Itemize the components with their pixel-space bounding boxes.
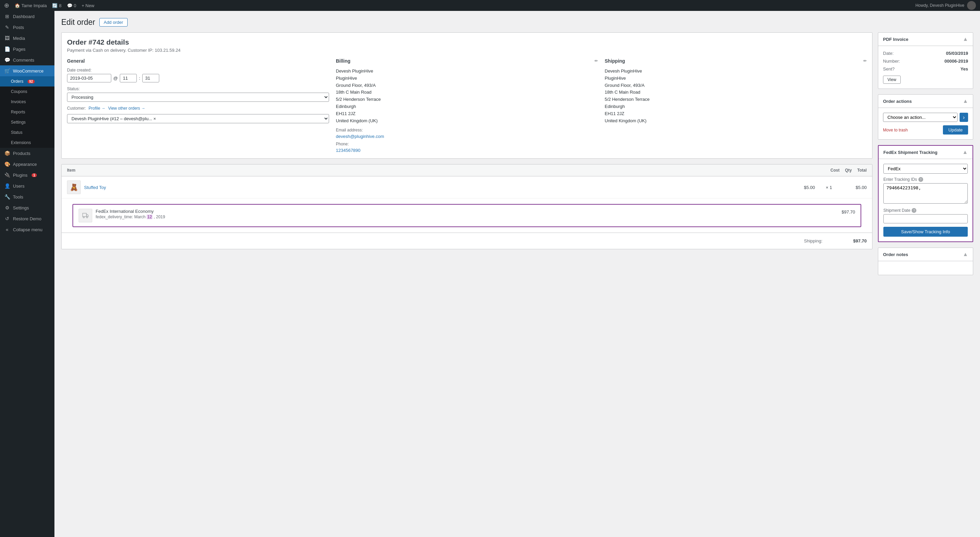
sidebar-item-settings[interactable]: ⚙ Settings <box>0 202 54 213</box>
user-avatar <box>967 1 976 10</box>
sidebar-item-woocommerce[interactable]: 🛒 WooCommerce <box>0 65 54 76</box>
invoice-sent-label: Sent? <box>883 66 894 72</box>
sidebar-item-dashboard[interactable]: ⊞ Dashboard <box>0 11 54 22</box>
sidebar-item-products[interactable]: 📦 Products <box>0 148 54 159</box>
plugins-icon: 🔌 <box>4 172 10 178</box>
order-notes-body <box>878 261 973 275</box>
sidebar-item-settings-woo[interactable]: Settings <box>0 117 54 127</box>
sidebar: ⊞ Dashboard ✎ Posts 🖼 Media 📄 Pages 💬 Co… <box>0 11 54 537</box>
order-details-body: Order #742 details Payment via Cash on d… <box>62 33 872 158</box>
tracking-ids-help-icon[interactable]: ? <box>918 177 923 182</box>
sidebar-item-users[interactable]: 👤 Users <box>0 180 54 191</box>
tools-icon: 🔧 <box>4 194 10 199</box>
home-icon: 🏠 <box>14 3 20 8</box>
billing-phone[interactable]: 1234567890 <box>336 148 360 153</box>
billing-edit-icon[interactable]: ✏ <box>595 59 598 63</box>
profile-link[interactable]: Profile → <box>89 106 105 112</box>
sidebar-item-media[interactable]: 🖼 Media <box>0 33 54 44</box>
order-actions-collapse[interactable]: ▲ <box>963 98 968 104</box>
sidebar-label: Extensions <box>11 140 31 145</box>
fedex-tracking-collapse[interactable]: ▲ <box>962 149 968 155</box>
time-hour-input[interactable] <box>120 74 137 83</box>
sidebar-item-pages[interactable]: 📄 Pages <box>0 44 54 54</box>
sidebar-label: Dashboard <box>13 14 35 19</box>
update-button[interactable]: Update <box>943 125 968 134</box>
shipping-meta-highlight: 12 <box>147 215 153 219</box>
sidebar-item-coupons[interactable]: Coupons <box>0 86 54 97</box>
billing-title: Billing ✏ <box>336 58 598 64</box>
invoice-sent-value: Yes <box>961 66 968 72</box>
dashboard-icon: ⊞ <box>4 14 10 19</box>
shipment-date-input[interactable] <box>883 214 968 223</box>
plugins-badge: 1 <box>32 173 37 177</box>
sidebar-item-extensions[interactable]: Extensions <box>0 137 54 148</box>
sidebar-label: Pages <box>13 47 25 52</box>
billing-address1: Ground Floor, 493/A <box>336 82 598 89</box>
revisions-count[interactable]: 🔄 8 <box>52 3 61 8</box>
fedex-carrier-select[interactable]: FedEx UPS USPS <box>883 164 968 174</box>
view-orders-link[interactable]: View other orders → <box>108 106 145 112</box>
invoice-view-button[interactable]: View <box>883 76 901 84</box>
sidebar-item-invoices[interactable]: Invoices <box>0 97 54 107</box>
billing-phone-label: Phone: <box>336 142 598 147</box>
sidebar-item-status[interactable]: Status <box>0 127 54 137</box>
sidebar-label: Appearance <box>13 162 37 167</box>
sidebar-item-tools[interactable]: 🔧 Tools <box>0 191 54 202</box>
main-content: Edit order Add order Order #742 details … <box>54 11 980 537</box>
shipping-meta-label: fedex_delivery_time: <box>95 215 133 219</box>
shipping-method-details: FedEx International Economy fedex_delive… <box>95 209 838 219</box>
col-total: Total <box>857 168 867 173</box>
date-label: Date created: <box>67 68 329 73</box>
trash-link[interactable]: Move to trash <box>883 128 908 132</box>
shipping-section: Shipping ✏ Devesh PluginHive PluginHive … <box>605 58 867 153</box>
status-select[interactable]: Processing Pending payment On hold Compl… <box>67 92 329 102</box>
sidebar-label: Invoices <box>11 99 26 104</box>
save-tracking-button[interactable]: Save/Show Tracking Info <box>883 227 968 237</box>
sidebar-item-plugins[interactable]: 🔌 Plugins 1 <box>0 170 54 180</box>
action-go-button[interactable]: › <box>959 113 968 122</box>
order-notes-collapse[interactable]: ▲ <box>963 251 968 257</box>
tracking-ids-textarea[interactable]: 794664223198, <box>883 183 968 204</box>
pdf-invoice-collapse[interactable]: ▲ <box>963 36 968 42</box>
appearance-icon: 🎨 <box>4 161 10 167</box>
order-actions-card: Order actions ▲ Choose an action... Send… <box>878 94 973 140</box>
settings-icon: ⚙ <box>4 205 10 210</box>
customer-group: Customer: Profile → View other orders → … <box>67 106 329 123</box>
sidebar-label: Tools <box>13 194 23 199</box>
invoice-number-value: 00006-2019 <box>945 59 968 64</box>
sidebar-label: Status <box>11 130 22 135</box>
sidebar-item-posts[interactable]: ✎ Posts <box>0 22 54 33</box>
wp-logo-icon[interactable]: ⊕ <box>4 2 9 9</box>
new-content-button[interactable]: + New <box>82 3 94 8</box>
add-order-button[interactable]: Add order <box>99 18 127 27</box>
billing-phone-group: Phone: 1234567890 <box>336 142 598 153</box>
billing-email[interactable]: devesh@pluginhive.com <box>336 134 384 139</box>
topbar: ⊕ 🏠 Tame Impala 🔄 8 💬 0 + New Howdy, Dev… <box>0 0 980 11</box>
sidebar-item-collapse[interactable]: « Collapse menu <box>0 224 54 235</box>
sidebar-item-appearance[interactable]: 🎨 Appearance <box>0 159 54 170</box>
time-minute-input[interactable] <box>142 74 159 83</box>
sidebar-item-reports[interactable]: Reports <box>0 107 54 117</box>
action-select[interactable]: Choose an action... Send invoice Add not… <box>883 113 958 122</box>
col-cost: Cost <box>830 168 840 173</box>
date-group: Date created: @ : <box>67 68 329 83</box>
date-row: @ : <box>67 74 329 83</box>
sidebar-item-restore-demo[interactable]: ↺ Restore Demo <box>0 213 54 224</box>
shipping-city: Edinburgh <box>605 103 867 110</box>
svg-rect-0 <box>83 214 86 217</box>
customer-select[interactable]: Devesh PluginHive (#12 – devesh@plu... × <box>67 114 329 123</box>
billing-postcode: EH11 2JZ <box>336 110 598 118</box>
comments-count[interactable]: 💬 0 <box>67 3 76 8</box>
site-name[interactable]: 🏠 Tame Impala <box>14 3 47 8</box>
sidebar-item-comments[interactable]: 💬 Comments <box>0 54 54 65</box>
product-thumbnail: 🧸 <box>67 180 81 194</box>
general-title: General <box>67 58 329 64</box>
shipment-date-help-icon[interactable]: ? <box>912 208 916 213</box>
product-link[interactable]: Stuffed Toy <box>84 185 106 190</box>
fedex-tracking-title: FedEx Shipment Tracking <box>883 150 937 155</box>
date-input[interactable] <box>67 74 111 83</box>
shipping-edit-icon[interactable]: ✏ <box>863 59 867 63</box>
sidebar-item-orders[interactable]: Orders 92 <box>0 76 54 86</box>
sidebar-label: WooCommerce <box>13 69 43 73</box>
product-total: $5.00 <box>843 185 867 190</box>
